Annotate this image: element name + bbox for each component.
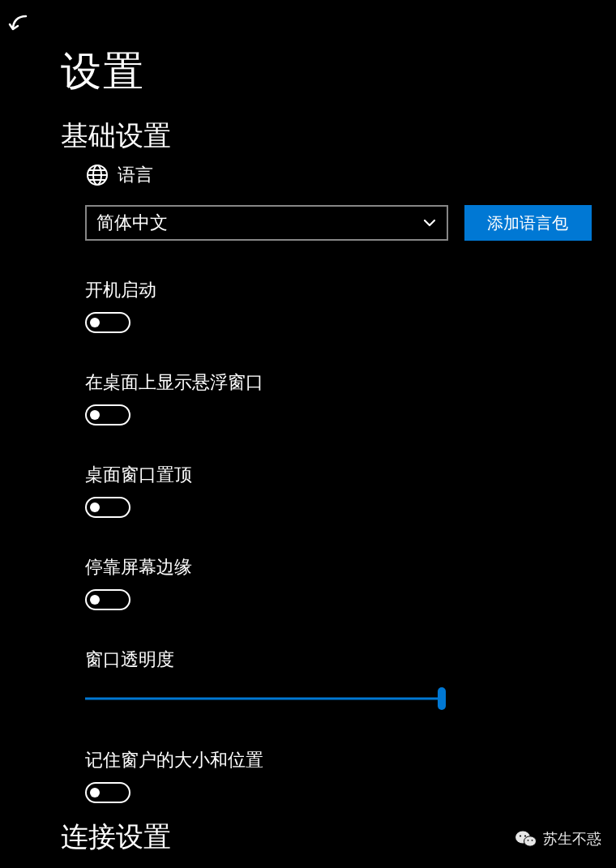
wechat-icon [515,830,537,848]
svg-point-10 [532,840,533,841]
add-language-pack-label: 添加语言包 [487,212,568,234]
remember-size-pos-toggle[interactable] [85,782,130,803]
page-title: 设置 [61,45,145,99]
back-button[interactable] [6,10,36,39]
show-floating-toggle[interactable] [85,404,130,425]
svg-point-7 [520,835,521,836]
dock-edge-toggle[interactable] [85,589,130,610]
startup-toggle[interactable] [85,312,130,333]
always-on-top-toggle[interactable] [85,497,130,518]
globe-icon [85,163,109,187]
startup-label: 开机启动 [85,278,592,302]
language-label: 语言 [118,163,153,187]
always-on-top-label: 桌面窗口置顶 [85,463,592,487]
watermark: 苏生不惑 [515,829,601,849]
watermark-text: 苏生不惑 [543,829,601,849]
section-connection-title: 连接设置 [61,819,171,856]
back-arrow-icon [6,10,36,39]
chevron-down-icon [422,216,437,230]
opacity-slider[interactable] [85,686,442,711]
opacity-label: 窗口透明度 [85,648,592,672]
slider-thumb[interactable] [438,687,446,710]
language-select-value: 简体中文 [96,211,168,235]
show-floating-label: 在桌面上显示悬浮窗口 [85,370,592,395]
language-select[interactable]: 简体中文 [85,205,448,241]
svg-point-6 [524,836,537,846]
add-language-pack-button[interactable]: 添加语言包 [464,205,592,241]
svg-point-9 [528,840,529,841]
slider-track [85,698,442,700]
svg-point-8 [524,835,526,836]
dock-edge-label: 停靠屏幕边缘 [85,555,592,579]
section-basic-title: 基础设置 [61,118,171,155]
remember-size-pos-label: 记住窗户的大小和位置 [85,748,592,772]
